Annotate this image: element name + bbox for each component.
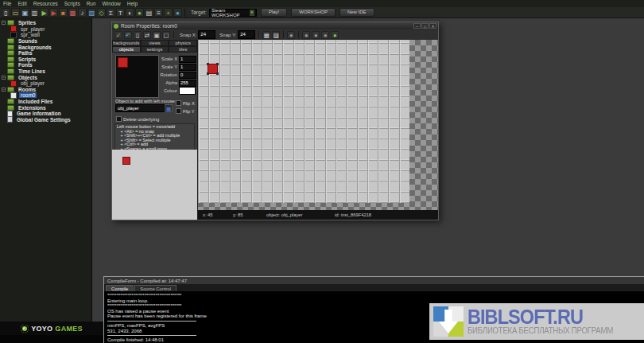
instance-list-sprite bbox=[122, 157, 130, 165]
tree-item-label: Global Game Settings bbox=[15, 117, 72, 123]
workshop-button[interactable]: WORKSHOP bbox=[291, 8, 336, 17]
create-executable-icon[interactable]: ▥ bbox=[30, 8, 39, 17]
maximize-button[interactable]: □ bbox=[421, 23, 429, 29]
flip-y-checkbox[interactable] bbox=[176, 108, 181, 114]
toggle-grid-icon[interactable]: ▦ bbox=[262, 31, 270, 39]
snap-y-input[interactable]: 24 bbox=[238, 30, 255, 39]
menu-help[interactable]: Help bbox=[127, 1, 138, 6]
expand-toggle-icon[interactable]: - bbox=[2, 88, 6, 92]
delete-underlying-checkbox[interactable] bbox=[116, 116, 122, 122]
tree-item-paths[interactable]: Paths bbox=[0, 50, 91, 57]
menu-scripts[interactable]: Scripts bbox=[64, 1, 80, 6]
minimize-button[interactable]: – bbox=[413, 23, 421, 29]
tab-settings[interactable]: settings bbox=[141, 46, 169, 53]
field-input[interactable]: 1 bbox=[179, 56, 196, 63]
tab-backgrounds[interactable]: backgrounds bbox=[112, 40, 141, 46]
flip-x-checkbox[interactable] bbox=[176, 100, 181, 106]
tree-item-spr-wall[interactable]: spr_wall bbox=[0, 32, 91, 38]
room-grid[interactable] bbox=[198, 40, 409, 203]
tab-compile[interactable]: Compile bbox=[106, 285, 134, 291]
tree-item-backgrounds[interactable]: Backgrounds bbox=[0, 44, 91, 50]
menu-resources[interactable]: Resources bbox=[33, 1, 58, 6]
field-row-rotation: Rotation0 bbox=[158, 71, 196, 79]
expand-toggle-icon[interactable]: - bbox=[2, 21, 6, 25]
global-settings-icon[interactable]: + bbox=[164, 8, 173, 17]
menu-window[interactable]: Window bbox=[103, 1, 121, 6]
shift-instances-icon[interactable]: ⇄ bbox=[143, 31, 151, 39]
sort-right-icon[interactable]: ● bbox=[312, 31, 320, 39]
lock-icon[interactable]: ▣ bbox=[153, 31, 161, 39]
tree-item-label: room0 bbox=[19, 92, 37, 98]
field-label: Scale Y bbox=[158, 64, 177, 69]
expand-toggle-icon[interactable]: - bbox=[2, 76, 6, 80]
new-ide-button[interactable]: New IDE bbox=[339, 8, 374, 17]
placed-instance-obj-player[interactable] bbox=[208, 64, 218, 74]
menu-file[interactable]: File bbox=[3, 1, 11, 6]
field-input[interactable]: 255 bbox=[179, 80, 196, 87]
tree-item-extensions[interactable]: Extensions bbox=[0, 104, 91, 111]
open-project-icon[interactable]: ▭ bbox=[11, 8, 20, 17]
create-timeline-icon[interactable]: ◐ bbox=[126, 8, 134, 17]
menu-edit[interactable]: Edit bbox=[17, 1, 26, 6]
tab-objects[interactable]: objects bbox=[112, 46, 141, 53]
tree-item-fonts[interactable]: Fonts bbox=[0, 62, 91, 68]
tab-source-control[interactable]: Source Control bbox=[134, 285, 177, 291]
create-background-icon[interactable]: ▨ bbox=[87, 8, 96, 17]
tree-item-included-files[interactable]: Included Files bbox=[0, 99, 91, 105]
save-project-icon[interactable]: ▣ bbox=[21, 8, 29, 17]
snap-x-input[interactable]: 24 bbox=[198, 30, 215, 39]
sort-left-icon[interactable]: ● bbox=[302, 31, 310, 39]
confirm-changes-icon[interactable]: ✓ bbox=[114, 31, 122, 39]
dropdown-arrow-icon[interactable]: ▾ bbox=[250, 10, 254, 16]
tab-physics[interactable]: physics bbox=[169, 40, 197, 46]
selection-handle[interactable] bbox=[207, 72, 209, 75]
toggle-iso-grid-icon[interactable]: ▨ bbox=[272, 31, 280, 39]
object-browse-button[interactable]: ▦ bbox=[165, 104, 173, 112]
create-object-icon[interactable]: ● bbox=[135, 8, 144, 17]
create-room-icon[interactable]: ▤ bbox=[145, 8, 153, 17]
create-sound-icon[interactable]: ♪ bbox=[78, 8, 87, 17]
field-input[interactable]: 0 bbox=[179, 72, 196, 79]
unlock-icon[interactable]: ▢ bbox=[162, 31, 170, 39]
tree-item-scripts[interactable]: Scripts bbox=[0, 57, 91, 63]
room-settings-icon[interactable]: ● bbox=[331, 31, 339, 39]
tab-tiles[interactable]: tiles bbox=[169, 46, 197, 53]
tree-item-room0[interactable]: room0 bbox=[0, 92, 91, 99]
tree-item-time-lines[interactable]: Time Lines bbox=[0, 68, 91, 75]
clean-cache-icon[interactable]: ■ bbox=[59, 8, 68, 17]
debug-game-icon[interactable]: ▶ bbox=[49, 8, 58, 17]
extension-icon[interactable]: ● bbox=[173, 8, 182, 17]
instance-list-area[interactable] bbox=[112, 150, 197, 220]
run-game-icon[interactable]: ▶ bbox=[40, 8, 48, 17]
tree-item-game-information[interactable]: Game Information bbox=[0, 111, 91, 117]
create-sprite-icon[interactable]: ▩ bbox=[68, 8, 77, 17]
selection-handle[interactable] bbox=[216, 63, 219, 65]
tree-item-obj-player[interactable]: obj_player bbox=[0, 80, 91, 87]
create-script-icon[interactable]: Σ bbox=[107, 8, 115, 17]
create-font-icon[interactable]: T bbox=[116, 8, 125, 17]
field-input[interactable]: 1 bbox=[179, 64, 196, 71]
watermark-subtitle: БИБЛИОТЕКА БЕСПЛАТНЫХ ПРОГРАММ bbox=[467, 326, 613, 335]
new-project-icon[interactable]: ▯ bbox=[2, 8, 10, 17]
toolbar-separator bbox=[184, 9, 185, 17]
object-name-input[interactable]: obj_player bbox=[115, 104, 165, 112]
close-button[interactable]: ✕ bbox=[429, 23, 436, 29]
sort-top-icon[interactable]: ● bbox=[321, 31, 329, 39]
room-canvas[interactable] bbox=[198, 40, 438, 210]
target-select[interactable]: Steam WORKSHOP ▾ bbox=[209, 9, 257, 17]
undo-icon[interactable]: ↶ bbox=[124, 31, 132, 39]
selection-handle[interactable] bbox=[216, 72, 219, 75]
play-button[interactable]: Play! bbox=[261, 8, 287, 17]
show-backgrounds-icon[interactable]: ● bbox=[287, 31, 295, 39]
tree-item-sounds[interactable]: Sounds bbox=[0, 38, 91, 45]
colour-swatch[interactable] bbox=[179, 87, 196, 95]
create-path-icon[interactable]: ◇ bbox=[97, 8, 106, 17]
game-info-icon[interactable]: ≡ bbox=[154, 8, 163, 17]
compile-window-titlebar[interactable]: CompileForm - Compiled at: 14:47:47 bbox=[104, 277, 644, 284]
tree-item-global-game-settings[interactable]: Global Game Settings bbox=[0, 117, 91, 123]
tab-views[interactable]: views bbox=[141, 40, 169, 46]
clear-instances-icon[interactable]: ▯ bbox=[134, 31, 142, 39]
room-window-titlebar[interactable]: Room Properties: room0 – □ ✕ bbox=[112, 22, 438, 29]
menu-run[interactable]: Run bbox=[87, 1, 96, 6]
selection-handle[interactable] bbox=[207, 63, 209, 65]
